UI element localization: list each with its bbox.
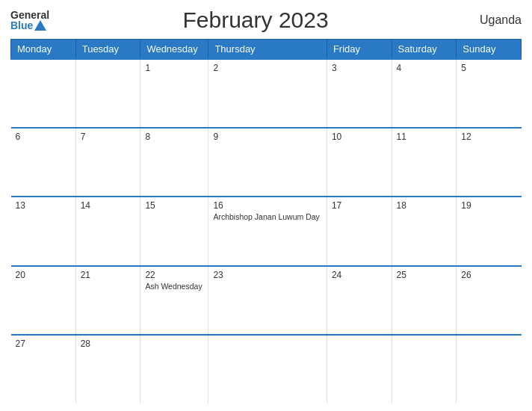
logo-general-text: General [10,10,49,20]
calendar-cell: 10 [327,128,392,197]
day-number: 19 [461,200,516,211]
calendar-cell [75,59,140,128]
calendar-cell: 17 [327,197,392,265]
calendar-cell: 28 [75,335,140,404]
calendar-cell: 21 [75,266,140,335]
event-label: Archbishop Janan Luwum Day [213,212,322,223]
calendar-title: February 2023 [49,7,462,33]
day-number: 23 [213,270,322,280]
day-number: 27 [16,339,71,349]
header-saturday: Saturday [392,40,457,60]
calendar-cell: 6 [11,128,76,197]
day-number: 2 [213,63,322,73]
calendar-cell: 11 [392,128,457,197]
day-number: 11 [397,132,452,142]
day-number: 25 [397,270,452,280]
day-number: 9 [213,132,322,142]
calendar-cell [457,335,522,404]
calendar-cell: 1 [140,59,208,128]
day-number: 7 [81,132,136,142]
day-number: 22 [145,270,203,280]
calendar-cell: 9 [208,128,327,197]
calendar-cell: 12 [457,128,522,197]
logo-triangle-icon [34,20,46,31]
day-number: 24 [332,270,387,280]
calendar-cell: 7 [75,128,140,197]
day-number: 8 [145,132,203,142]
calendar-cell: 4 [392,59,457,128]
day-number: 1 [145,63,203,73]
header-wednesday: Wednesday [140,40,208,60]
header-monday: Monday [11,40,76,60]
day-number: 3 [332,63,387,73]
calendar-cell [140,335,208,404]
table-row: 6789101112 [11,128,522,197]
calendar-cell [327,335,392,404]
country-label: Uganda [462,13,522,27]
calendar-cell [392,335,457,404]
day-number: 5 [461,63,516,73]
day-number: 17 [332,200,387,211]
table-row: 12345 [11,59,522,128]
calendar-cell: 3 [327,59,392,128]
calendar-cell: 14 [75,197,140,265]
table-row: 13141516Archbishop Janan Luwum Day171819 [11,197,522,265]
header-tuesday: Tuesday [75,40,140,60]
day-number: 12 [461,132,516,142]
header: General Blue February 2023 Uganda [10,7,522,33]
calendar-cell: 23 [208,266,327,335]
day-number: 18 [397,200,452,211]
day-number: 14 [81,200,136,211]
calendar-cell: 24 [327,266,392,335]
calendar-cell [208,335,327,404]
header-thursday: Thursday [208,40,327,60]
day-number: 6 [16,132,71,142]
header-sunday: Sunday [457,40,522,60]
header-friday: Friday [327,40,392,60]
day-number: 15 [145,200,203,211]
calendar-table: Monday Tuesday Wednesday Thursday Friday… [10,39,522,404]
day-number: 20 [16,270,71,280]
calendar-cell: 20 [11,266,76,335]
days-header-row: Monday Tuesday Wednesday Thursday Friday… [11,40,522,60]
calendar-cell: 22Ash Wednesday [140,266,208,335]
calendar-cell: 25 [392,266,457,335]
logo: General Blue [10,10,49,31]
day-number: 16 [213,200,322,211]
calendar-cell: 8 [140,128,208,197]
day-number: 10 [332,132,387,142]
day-number: 4 [397,63,452,73]
calendar-cell: 5 [457,59,522,128]
calendar-cell: 16Archbishop Janan Luwum Day [208,197,327,265]
calendar-cell [11,59,76,128]
calendar-cell: 27 [11,335,76,404]
calendar-cell: 15 [140,197,208,265]
calendar-cell: 18 [392,197,457,265]
table-row: 2728 [11,335,522,404]
calendar-cell: 19 [457,197,522,265]
day-number: 28 [81,339,136,349]
event-label: Ash Wednesday [145,282,203,292]
calendar-cell: 13 [11,197,76,265]
calendar-cell: 2 [208,59,327,128]
logo-blue-text: Blue [10,20,33,31]
table-row: 202122Ash Wednesday23242526 [11,266,522,335]
day-number: 21 [81,270,136,280]
calendar-cell: 26 [457,266,522,335]
day-number: 13 [16,200,71,211]
calendar-page: General Blue February 2023 Uganda Monday… [0,0,532,411]
day-number: 26 [461,270,516,280]
